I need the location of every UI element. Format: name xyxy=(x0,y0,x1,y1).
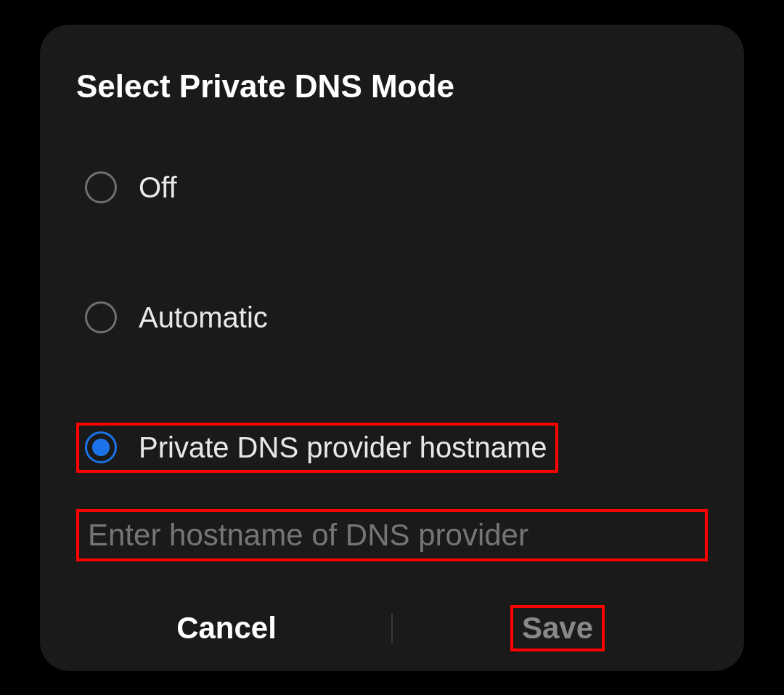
cancel-cell: Cancel xyxy=(62,608,391,649)
radio-dot-icon xyxy=(92,439,110,456)
radio-option-hostname[interactable]: Private DNS provider hostname xyxy=(62,415,722,480)
radio-option-automatic[interactable]: Automatic xyxy=(62,285,722,350)
save-cell: Save xyxy=(393,605,722,651)
radio-group: Off Automatic Private DNS provider hostn… xyxy=(62,155,722,480)
spacer xyxy=(62,220,722,285)
radio-label: Off xyxy=(139,171,177,204)
radio-label: Private DNS provider hostname xyxy=(139,431,547,464)
radio-circle-icon xyxy=(85,171,117,203)
radio-label: Automatic xyxy=(139,301,268,334)
dialog-title: Select Private DNS Mode xyxy=(62,68,722,105)
save-button[interactable]: Save xyxy=(510,605,605,651)
hostname-input[interactable] xyxy=(88,518,696,553)
radio-circle-icon xyxy=(85,301,117,333)
radio-circle-selected-icon xyxy=(85,431,117,463)
dialog-buttons: Cancel Save xyxy=(62,605,722,651)
spacer xyxy=(62,350,722,415)
cancel-button[interactable]: Cancel xyxy=(168,608,285,649)
private-dns-dialog: Select Private DNS Mode Off Automatic Pr… xyxy=(40,25,744,671)
hostname-input-wrapper xyxy=(76,509,708,561)
radio-option-off[interactable]: Off xyxy=(62,155,722,220)
